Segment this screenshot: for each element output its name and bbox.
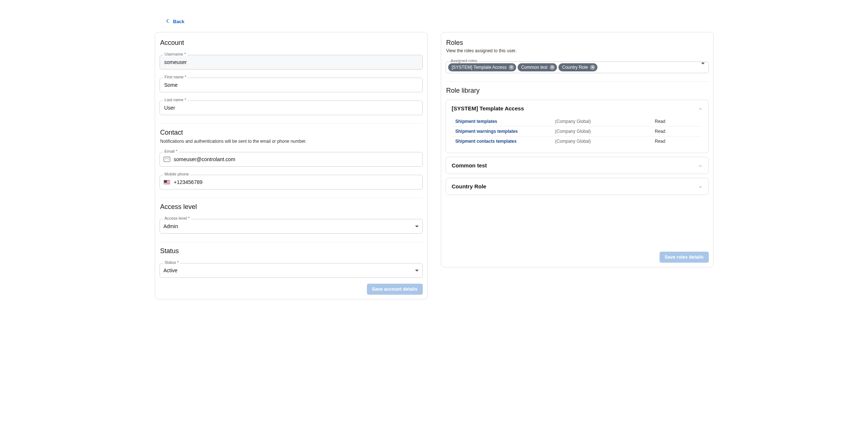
permission-name: Shipment warnings templates: [453, 127, 552, 136]
permission-name: Shipment contacts templates: [453, 136, 552, 146]
permission-scope: (Company Global): [552, 117, 652, 127]
permission-scope: (Company Global): [552, 127, 652, 136]
status-heading: Status: [160, 247, 422, 255]
role-chip: Country Role✕: [558, 63, 597, 71]
contact-heading: Contact: [160, 129, 422, 136]
remove-chip-icon[interactable]: ✕: [550, 65, 555, 70]
status-value: Active: [164, 267, 412, 273]
us-flag-icon[interactable]: [164, 180, 170, 184]
email-label: Email *: [163, 149, 179, 153]
save-roles-button[interactable]: Save roles details: [660, 252, 709, 263]
username-label: Username *: [163, 52, 187, 56]
chevron-down-icon: [698, 163, 703, 168]
chevron-down-icon: [415, 226, 419, 227]
chevron-down-icon: [698, 184, 703, 189]
account-card: Account Username * First name * Last nam…: [155, 32, 428, 299]
firstname-input[interactable]: [164, 82, 419, 88]
roles-heading: Roles: [446, 39, 708, 47]
role-library-item: Common test: [446, 157, 709, 174]
role-name: Common test: [452, 162, 487, 169]
access-level-field[interactable]: Access level * Admin: [160, 219, 423, 234]
status-field[interactable]: Status * Active: [160, 263, 423, 278]
role-library-heading: Role library: [446, 87, 708, 95]
access-level-label: Access level *: [163, 216, 191, 220]
role-name: [SYSTEM] Template Access: [452, 105, 524, 111]
divider: [160, 123, 423, 124]
remove-chip-icon[interactable]: ✕: [509, 65, 514, 70]
role-chip: Common test✕: [518, 63, 557, 71]
permission-name: Shipment templates: [453, 117, 552, 127]
lastname-field: Last name *: [160, 100, 423, 115]
back-link[interactable]: Back: [155, 11, 185, 32]
role-chip-label: Common test: [521, 64, 547, 71]
role-accordion-header[interactable]: Country Role: [446, 178, 708, 195]
role-library-item: Country Role: [446, 178, 709, 195]
account-heading: Account: [160, 39, 422, 47]
chevron-down-icon: [415, 270, 419, 272]
email-input[interactable]: [173, 156, 419, 163]
permission-level: Read: [652, 127, 702, 136]
envelope-icon: [164, 157, 170, 162]
table-row: Shipment contacts templates(Company Glob…: [453, 136, 702, 146]
access-level-value: Admin: [164, 223, 412, 229]
table-row: Shipment templates(Company Global)Read: [453, 117, 702, 127]
phone-input[interactable]: [173, 179, 419, 185]
back-label: Back: [173, 19, 185, 24]
assigned-roles-field[interactable]: Assigned roles [SYSTEM] Template Access✕…: [446, 61, 709, 73]
divider: [160, 242, 423, 242]
role-library-item: [SYSTEM] Template AccessShipment templat…: [446, 100, 709, 153]
table-row: Shipment warnings templates(Company Glob…: [453, 127, 702, 136]
roles-card: Roles View the roles assigned to this us…: [441, 32, 714, 267]
divider: [160, 198, 423, 198]
firstname-label: First name *: [163, 75, 188, 79]
remove-chip-icon[interactable]: ✕: [590, 65, 595, 70]
permission-scope: (Company Global): [552, 136, 652, 146]
phone-label: Mobile phone: [163, 172, 190, 176]
role-chip-label: Country Role: [562, 64, 588, 71]
lastname-input[interactable]: [164, 104, 419, 111]
role-accordion-header[interactable]: Common test: [446, 157, 708, 174]
arrow-left-icon: [165, 18, 170, 25]
phone-field: Mobile phone: [160, 175, 423, 189]
email-field: Email *: [160, 152, 423, 167]
save-account-button[interactable]: Save account details: [367, 284, 423, 295]
permissions-table: Shipment templates(Company Global)ReadSh…: [453, 117, 702, 146]
permission-level: Read: [652, 117, 702, 127]
status-label: Status *: [163, 260, 181, 265]
permission-level: Read: [652, 136, 702, 146]
contact-subtext: Notifications and authentications will b…: [160, 139, 422, 144]
username-field: Username *: [160, 55, 423, 70]
chevron-up-icon: [698, 106, 703, 111]
chevron-down-icon[interactable]: [701, 64, 705, 70]
access-heading: Access level: [160, 203, 422, 211]
divider: [446, 81, 709, 82]
username-input[interactable]: [164, 59, 419, 65]
roles-subtext: View the roles assigned to this user.: [446, 48, 708, 53]
role-chip-label: [SYSTEM] Template Access: [452, 64, 507, 71]
role-accordion-header[interactable]: [SYSTEM] Template Access: [446, 100, 708, 117]
role-name: Country Role: [452, 183, 486, 189]
lastname-label: Last name *: [163, 97, 188, 102]
firstname-field: First name *: [160, 78, 423, 92]
role-chip: [SYSTEM] Template Access✕: [448, 63, 516, 71]
